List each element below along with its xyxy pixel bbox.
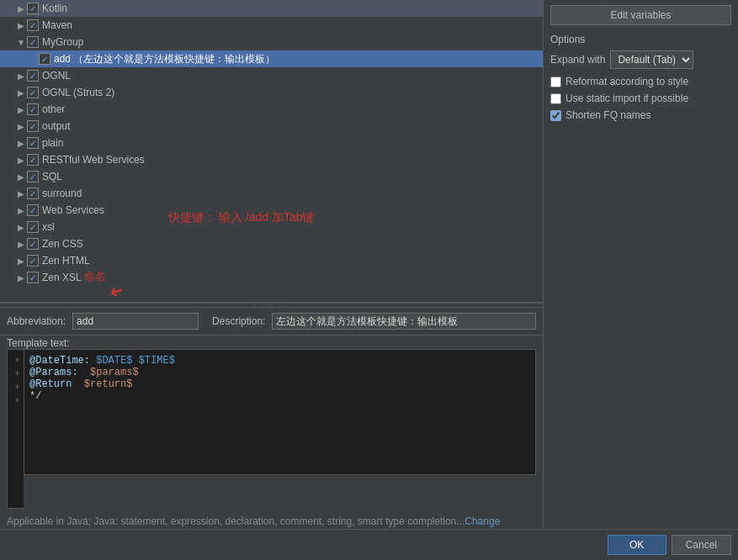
tree-label-sql: SQL <box>42 171 62 182</box>
tree-item-zenhtml[interactable]: ▶Zen HTML <box>0 252 543 269</box>
left-column: ▶Kotlin▶Maven▼MyGroupadd （左边这个就是方法模板快捷键：… <box>0 0 543 529</box>
tree-label-zencss: Zen CSS <box>42 238 83 250</box>
tree-checkbox-sql[interactable] <box>27 171 39 182</box>
tree-label-maven: Maven <box>42 19 72 31</box>
tree-checkbox-plain[interactable] <box>27 137 39 149</box>
static-import-checkbox[interactable] <box>550 93 561 104</box>
template-editor[interactable]: @DateTime: $DATE$ $TIME$ @Params: $param… <box>24 349 536 475</box>
template-editor-wrapper: * * * * @DateTime: $DATE$ $TIME$ @Params… <box>0 349 543 512</box>
line-num-4: * <box>11 395 20 409</box>
tree-item-kotlin[interactable]: ▶Kotlin <box>0 0 543 17</box>
edit-variables-button[interactable]: Edit variables <box>550 5 731 25</box>
expand-with-row: Expand with Default (Tab) Tab Enter Spac… <box>550 50 731 69</box>
options-label: Options <box>550 34 731 45</box>
tree-label-webservices: Web Services <box>42 204 104 216</box>
abbreviation-row: Abbreviation: Description: <box>0 308 543 335</box>
tree-checkbox-xsl[interactable] <box>27 221 39 233</box>
shorten-fq-checkbox[interactable] <box>550 110 561 121</box>
expand-with-label: Expand with <box>550 54 605 66</box>
right-column: Edit variables Options Expand with Defau… <box>543 0 738 529</box>
tree-checkbox-surround[interactable] <box>27 188 39 199</box>
tree-label-other: other <box>42 103 65 115</box>
tree-arrow-xsl: ▶ <box>15 223 27 232</box>
tree-item-zenxsl[interactable]: ▶Zen XSL <box>0 269 543 286</box>
tree-arrow-webservices: ▶ <box>15 206 27 215</box>
tree-item-ognl-struts[interactable]: ▶OGNL (Struts 2) <box>0 84 543 101</box>
reformat-option: Reformat according to style <box>550 76 731 87</box>
live-templates-dialog: ▶Kotlin▶Maven▼MyGroupadd （左边这个就是方法模板快捷键：… <box>0 0 738 560</box>
tree-checkbox-ognl-struts[interactable] <box>27 87 39 98</box>
reformat-checkbox[interactable] <box>550 77 561 87</box>
tree-checkbox-webservices[interactable] <box>27 204 39 216</box>
tree-checkbox-other[interactable] <box>27 103 39 115</box>
tree-label-restful: RESTful Web Services <box>42 154 145 166</box>
main-layout: ▶Kotlin▶Maven▼MyGroupadd （左边这个就是方法模板快捷键：… <box>0 0 738 529</box>
tree-checkbox-mygroup-add[interactable] <box>39 53 50 65</box>
tree-arrow-other: ▶ <box>15 105 27 114</box>
line-numbers: * * * * <box>7 349 24 509</box>
tree-item-surround[interactable]: ▶surround <box>0 185 543 202</box>
tree-arrow-zencss: ▶ <box>15 240 27 249</box>
tree-label-kotlin: Kotlin <box>42 3 67 14</box>
applicable-text: Applicable in Java; Java: statement, exp… <box>7 515 465 527</box>
tree-item-restful[interactable]: ▶RESTful Web Services <box>0 151 543 168</box>
line-num-2: * <box>11 368 20 382</box>
tree-arrow-mygroup: ▼ <box>15 38 27 47</box>
dialog-buttons: OK Cancel <box>0 529 738 560</box>
tree-item-maven[interactable]: ▶Maven <box>0 17 543 34</box>
ok-button[interactable]: OK <box>608 535 666 555</box>
tree-checkbox-ognl[interactable] <box>27 70 39 82</box>
applicable-row: Applicable in Java; Java: statement, exp… <box>0 512 543 529</box>
tree-item-output[interactable]: ▶output <box>0 118 543 135</box>
tree-checkbox-zenhtml[interactable] <box>27 255 39 267</box>
tree-label-mygroup-add: add （左边这个就是方法模板快捷键：输出模板） <box>54 52 275 66</box>
tree-checkbox-maven[interactable] <box>27 19 39 31</box>
tree-label-ognl-struts: OGNL (Struts 2) <box>42 87 114 98</box>
tree-item-webservices[interactable]: ▶Web Services <box>0 202 543 219</box>
tree-arrow-sql: ▶ <box>15 172 27 182</box>
tree-item-mygroup-add[interactable]: add （左边这个就是方法模板快捷键：输出模板） <box>0 50 543 67</box>
tree-label-zenxsl: Zen XSL <box>42 272 82 283</box>
line-num-3: * <box>11 382 20 395</box>
expand-with-select[interactable]: Default (Tab) Tab Enter Space <box>610 50 693 69</box>
tree-label-xsl: xsl <box>42 221 55 233</box>
tree-label-ognl: OGNL <box>42 70 71 82</box>
tree-item-ognl[interactable]: ▶OGNL <box>0 67 543 84</box>
tree-checkbox-zencss[interactable] <box>27 238 39 250</box>
abbreviation-input[interactable] <box>72 313 199 330</box>
tree-label-mygroup: MyGroup <box>42 36 83 48</box>
tree-label-output: output <box>42 120 70 132</box>
tree-checkbox-output[interactable] <box>27 120 39 132</box>
template-tree[interactable]: ▶Kotlin▶Maven▼MyGroupadd （左边这个就是方法模板快捷键：… <box>0 0 543 303</box>
abbreviation-label: Abbreviation: <box>7 315 66 327</box>
tree-item-xsl[interactable]: ▶xsl <box>0 219 543 235</box>
tree-arrow-ognl: ▶ <box>15 71 27 81</box>
line-num-1: * <box>11 355 20 368</box>
tree-item-other[interactable]: ▶other <box>0 101 543 118</box>
tree-item-sql[interactable]: ▶SQL <box>0 168 543 185</box>
tree-arrow-ognl-struts: ▶ <box>15 88 27 98</box>
reformat-label: Reformat according to style <box>565 76 688 87</box>
static-import-option: Use static import if possible <box>550 92 731 104</box>
tree-arrow-zenxsl: ▶ <box>15 273 27 283</box>
tree-checkbox-kotlin[interactable] <box>27 3 39 14</box>
static-import-label: Use static import if possible <box>565 92 688 104</box>
tree-arrow-output: ▶ <box>15 122 27 131</box>
tree-checkbox-mygroup[interactable] <box>27 36 39 48</box>
tree-checkbox-restful[interactable] <box>27 154 39 166</box>
tree-arrow-plain: ▶ <box>15 139 27 148</box>
tree-item-plain[interactable]: ▶plain <box>0 135 543 151</box>
cancel-button[interactable]: Cancel <box>672 535 731 555</box>
tree-arrow-kotlin: ▶ <box>15 4 27 13</box>
tree-arrow-restful: ▶ <box>15 156 27 165</box>
tree-item-zencss[interactable]: ▶Zen CSS <box>0 235 543 252</box>
tree-checkbox-zenxsl[interactable] <box>27 272 39 283</box>
description-label: Description: <box>212 315 265 327</box>
tree-item-mygroup[interactable]: ▼MyGroup <box>0 34 543 50</box>
template-text-label: Template text: <box>7 337 70 349</box>
tree-label-zenhtml: Zen HTML <box>42 255 90 267</box>
change-link[interactable]: Change <box>465 515 500 527</box>
description-input[interactable] <box>272 313 536 330</box>
tree-arrow-surround: ▶ <box>15 189 27 198</box>
tree-label-surround: surround <box>42 188 82 199</box>
